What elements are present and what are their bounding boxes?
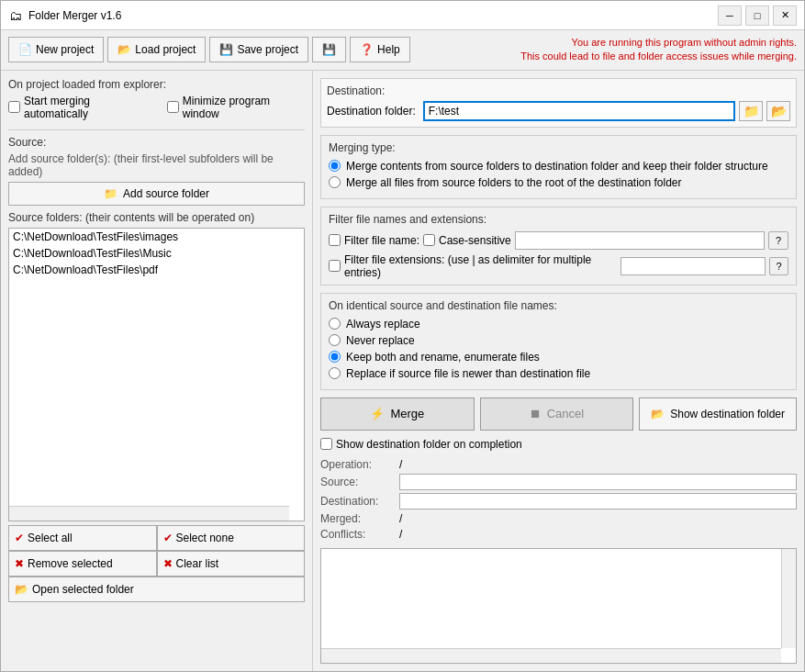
maximize-button[interactable]: □ bbox=[745, 6, 769, 26]
load-project-label: Load project bbox=[135, 43, 196, 56]
add-source-icon: 📁 bbox=[104, 187, 117, 200]
case-sensitive-checkbox[interactable] bbox=[423, 234, 435, 246]
add-source-button[interactable]: 📁 Add source folder bbox=[8, 182, 305, 206]
start-merging-checkbox[interactable] bbox=[8, 101, 20, 113]
keep-both-radio[interactable] bbox=[329, 351, 341, 363]
new-project-button[interactable]: 📄 New project bbox=[8, 37, 104, 62]
browse-folder-button[interactable]: 📁 bbox=[739, 101, 763, 121]
destination-folder-label: Destination folder: bbox=[327, 105, 416, 118]
filter-name-checkbox[interactable] bbox=[329, 234, 341, 246]
save-project-button[interactable]: 💾 Save project bbox=[209, 37, 308, 62]
show-destination-button[interactable]: 📂 Show destination folder bbox=[639, 398, 797, 431]
new-project-icon: 📄 bbox=[18, 43, 32, 56]
floppy-button[interactable]: 💾 bbox=[312, 37, 346, 62]
show-dest-completion-row: Show destination folder on completion bbox=[320, 438, 797, 451]
conflicts-row: Conflicts: / bbox=[320, 528, 797, 541]
merge-option1-row: Merge contents from source folders to de… bbox=[329, 160, 788, 173]
merged-row: Merged: / bbox=[320, 512, 797, 525]
merging-type-label: Merging type: bbox=[329, 141, 788, 154]
merge-icon: ⚡ bbox=[370, 407, 385, 420]
main-content: On project loaded from explorer: Start m… bbox=[1, 71, 804, 671]
open-dest-icon-button[interactable]: 📂 bbox=[766, 101, 790, 121]
window-controls: ─ □ ✕ bbox=[718, 6, 797, 26]
title-bar: 🗂 Folder Merger v1.6 ─ □ ✕ bbox=[1, 1, 804, 30]
open-folder-icon: 📂 bbox=[15, 583, 28, 596]
help-label: Help bbox=[377, 43, 400, 56]
source-section: Source: Add source folder(s): (their fir… bbox=[8, 129, 305, 602]
list-item[interactable]: C:\NetDownload\TestFiles\Music bbox=[9, 245, 304, 262]
help-icon: ❓ bbox=[360, 43, 374, 56]
help-button[interactable]: ❓ Help bbox=[350, 37, 410, 62]
minimize-button[interactable]: ─ bbox=[718, 6, 742, 26]
filter-grid: Filter file name: Case-sensitive ? Filte… bbox=[329, 231, 788, 279]
left-panel: On project loaded from explorer: Start m… bbox=[1, 71, 313, 671]
start-merging-label[interactable]: Start merging automatically bbox=[8, 95, 152, 120]
destination-folder-input[interactable] bbox=[423, 101, 735, 121]
merged-label: Merged: bbox=[320, 512, 394, 525]
load-project-icon: 📂 bbox=[117, 43, 131, 56]
cancel-button[interactable]: ⏹ Cancel bbox=[480, 398, 634, 431]
remove-selected-icon: ✖ bbox=[15, 557, 24, 570]
list-item[interactable]: C:\NetDownload\TestFiles\images bbox=[9, 229, 304, 245]
open-dest-icon: 📂 bbox=[771, 104, 787, 118]
clear-list-icon: ✖ bbox=[163, 557, 173, 570]
operation-label: Operation: bbox=[320, 458, 394, 471]
minimize-window-label[interactable]: Minimize program window bbox=[167, 95, 305, 120]
merge-option1-radio[interactable] bbox=[329, 160, 341, 172]
right-panel: Destination: Destination folder: 📁 📂 Mer… bbox=[313, 71, 804, 671]
source-label: Source: bbox=[8, 136, 305, 149]
select-none-icon: ✔ bbox=[163, 532, 173, 544]
merge-option2-row: Merge all files from source folders to t… bbox=[329, 176, 788, 189]
close-button[interactable]: ✕ bbox=[773, 6, 797, 26]
merge-option1-label: Merge contents from source folders to de… bbox=[346, 160, 768, 173]
filter-name-help-button[interactable]: ? bbox=[768, 231, 788, 250]
list-item[interactable]: C:\NetDownload\TestFiles\pdf bbox=[9, 262, 304, 278]
select-none-button[interactable]: ✔ Select none bbox=[157, 525, 306, 551]
remove-selected-button[interactable]: ✖ Remove selected bbox=[8, 551, 157, 577]
replace-newer-row: Replace if source file is newer than des… bbox=[329, 367, 788, 380]
open-selected-folder-button[interactable]: 📂 Open selected folder bbox=[8, 577, 305, 602]
log-vertical-scrollbar[interactable] bbox=[781, 549, 796, 648]
show-dest-completion-checkbox[interactable] bbox=[320, 438, 332, 450]
never-replace-radio[interactable] bbox=[329, 334, 341, 346]
merging-type-section: Merging type: Merge contents from source… bbox=[320, 135, 797, 199]
horizontal-scrollbar[interactable] bbox=[9, 506, 289, 521]
source-list[interactable]: C:\NetDownload\TestFiles\images C:\NetDo… bbox=[8, 228, 305, 521]
minimize-window-checkbox[interactable] bbox=[167, 101, 179, 113]
operation-row: Operation: / bbox=[320, 458, 797, 471]
on-project-label: On project loaded from explorer: bbox=[8, 78, 305, 91]
always-replace-row: Always replace bbox=[329, 318, 788, 330]
always-replace-radio[interactable] bbox=[329, 318, 341, 330]
select-all-button[interactable]: ✔ Select all bbox=[8, 525, 157, 551]
source-row: Source: bbox=[320, 474, 797, 490]
filter-ext-checkbox[interactable] bbox=[329, 260, 341, 272]
clear-list-button[interactable]: ✖ Clear list bbox=[157, 551, 306, 577]
filter-ext-label: Filter file extensions: (use | as delimi… bbox=[344, 253, 617, 279]
merge-button[interactable]: ⚡ Merge bbox=[320, 398, 475, 431]
cancel-icon: ⏹ bbox=[530, 407, 542, 420]
conflicts-label: Conflicts: bbox=[320, 528, 394, 541]
conflicts-value: / bbox=[399, 528, 797, 541]
filter-ext-input[interactable] bbox=[621, 257, 766, 275]
dest-row: Destination: bbox=[320, 493, 797, 510]
toolbar: 📄 New project 📂 Load project 💾 Save proj… bbox=[1, 30, 804, 71]
filter-ext-help-button[interactable]: ? bbox=[769, 257, 788, 275]
replace-newer-radio[interactable] bbox=[329, 367, 341, 379]
window-title: Folder Merger v1.6 bbox=[28, 9, 718, 22]
show-dest-completion-label: Show destination folder on completion bbox=[336, 438, 522, 451]
merge-option2-radio[interactable] bbox=[329, 176, 341, 188]
show-dest-icon: 📂 bbox=[651, 408, 665, 420]
filter-name-input[interactable] bbox=[515, 231, 765, 250]
log-horizontal-scrollbar[interactable] bbox=[321, 648, 781, 663]
filter-label: Filter file names and extensions: bbox=[329, 213, 788, 226]
replace-newer-label: Replace if source file is newer than des… bbox=[346, 367, 590, 380]
load-project-button[interactable]: 📂 Load project bbox=[107, 37, 206, 62]
save-project-label: Save project bbox=[237, 43, 298, 56]
destination-row: Destination folder: 📁 📂 bbox=[327, 101, 790, 121]
filter-section: Filter file names and extensions: Filter… bbox=[320, 207, 797, 286]
destination-header: Destination: bbox=[327, 84, 790, 97]
filter-name-row: Filter file name: Case-sensitive ? bbox=[329, 231, 788, 250]
keep-both-label: Keep both and rename, enumerate files bbox=[346, 351, 540, 364]
never-replace-label: Never replace bbox=[346, 334, 415, 347]
case-sensitive-label: Case-sensitive bbox=[439, 234, 511, 247]
